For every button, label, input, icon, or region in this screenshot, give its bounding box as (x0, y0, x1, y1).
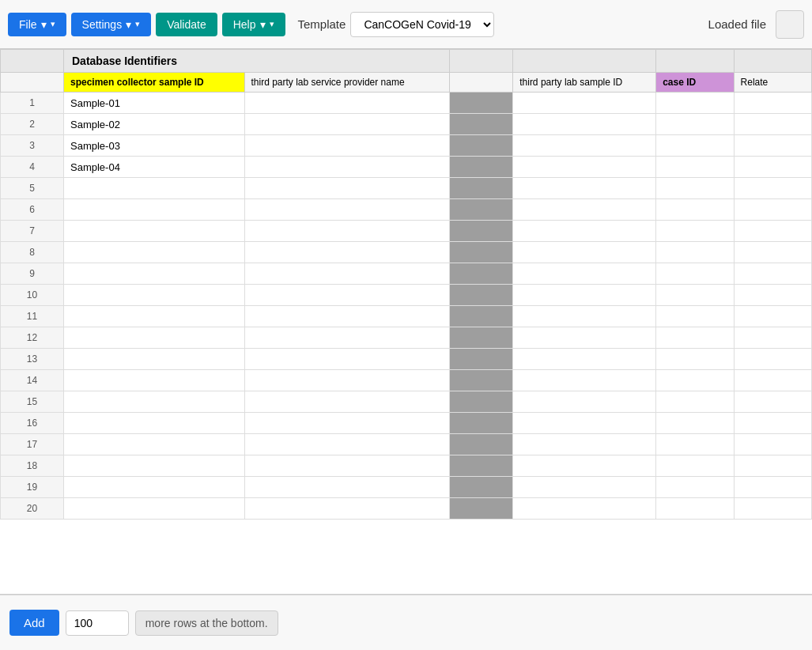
cell-third-party-sample[interactable] (513, 199, 656, 221)
cell-related[interactable] (734, 221, 811, 242)
cell-third-party-lab[interactable] (244, 221, 450, 242)
cell-specimen-id[interactable]: Sample-02 (64, 114, 245, 135)
cell-case-id[interactable] (656, 413, 734, 434)
cell-third-party-lab[interactable] (244, 349, 450, 370)
cell-case-id[interactable] (656, 498, 734, 520)
cell-third-party-sample[interactable] (513, 434, 656, 455)
cell-case-id[interactable] (656, 199, 734, 221)
cell-case-id[interactable] (656, 391, 734, 413)
cell-specimen-id[interactable] (64, 370, 245, 391)
cell-specimen-id[interactable]: Sample-04 (64, 157, 245, 178)
cell-related[interactable] (734, 498, 811, 520)
cell-related[interactable] (734, 157, 811, 178)
cell-specimen-id[interactable] (64, 413, 245, 434)
cell-third-party-sample[interactable] (513, 477, 656, 498)
cell-case-id[interactable] (656, 157, 734, 178)
col-header-related[interactable]: Relate (734, 73, 811, 93)
cell-third-party-sample[interactable] (513, 327, 656, 349)
cell-related[interactable] (734, 413, 811, 434)
col-header-specimen[interactable]: specimen collector sample ID (64, 73, 245, 93)
cell-third-party-lab[interactable] (244, 391, 450, 413)
cell-case-id[interactable] (656, 93, 734, 114)
col-header-case-id[interactable]: case ID (656, 73, 734, 93)
cell-specimen-id[interactable] (64, 199, 245, 221)
cell-case-id[interactable] (656, 135, 734, 157)
cell-third-party-sample[interactable] (513, 93, 656, 114)
cell-third-party-sample[interactable] (513, 498, 656, 520)
cell-related[interactable] (734, 114, 811, 135)
cell-third-party-lab[interactable] (244, 370, 450, 391)
cell-case-id[interactable] (656, 327, 734, 349)
cell-related[interactable] (734, 434, 811, 455)
cell-related[interactable] (734, 285, 811, 306)
cell-specimen-id[interactable] (64, 477, 245, 498)
cell-third-party-sample[interactable] (513, 242, 656, 263)
cell-related[interactable] (734, 455, 811, 477)
cell-specimen-id[interactable] (64, 455, 245, 477)
cell-third-party-lab[interactable] (244, 498, 450, 520)
cell-related[interactable] (734, 242, 811, 263)
col-header-third-party-lab[interactable]: third party lab service provider name (244, 73, 450, 93)
cell-third-party-sample[interactable] (513, 263, 656, 285)
cell-third-party-lab[interactable] (244, 455, 450, 477)
cell-case-id[interactable] (656, 455, 734, 477)
cell-related[interactable] (734, 306, 811, 327)
cell-case-id[interactable] (656, 242, 734, 263)
cell-third-party-lab[interactable] (244, 199, 450, 221)
loaded-file-box[interactable] (776, 10, 804, 39)
rows-input[interactable] (66, 610, 129, 636)
cell-third-party-sample[interactable] (513, 135, 656, 157)
cell-case-id[interactable] (656, 221, 734, 242)
cell-related[interactable] (734, 327, 811, 349)
cell-specimen-id[interactable] (64, 285, 245, 306)
cell-third-party-sample[interactable] (513, 370, 656, 391)
cell-specimen-id[interactable] (64, 498, 245, 520)
cell-specimen-id[interactable]: Sample-01 (64, 93, 245, 114)
cell-third-party-sample[interactable] (513, 178, 656, 199)
cell-third-party-lab[interactable] (244, 434, 450, 455)
cell-related[interactable] (734, 349, 811, 370)
cell-specimen-id[interactable] (64, 306, 245, 327)
add-button[interactable]: Add (9, 610, 59, 636)
cell-third-party-lab[interactable] (244, 178, 450, 199)
settings-button[interactable]: Settings ▾ (71, 13, 152, 36)
cell-case-id[interactable] (656, 370, 734, 391)
cell-specimen-id[interactable] (64, 434, 245, 455)
validate-button[interactable]: Validate (156, 13, 217, 36)
cell-third-party-sample[interactable] (513, 349, 656, 370)
cell-case-id[interactable] (656, 178, 734, 199)
help-button[interactable]: Help ▾ (222, 13, 285, 36)
cell-third-party-sample[interactable] (513, 391, 656, 413)
cell-specimen-id[interactable]: Sample-03 (64, 135, 245, 157)
cell-third-party-lab[interactable] (244, 306, 450, 327)
cell-third-party-lab[interactable] (244, 242, 450, 263)
cell-case-id[interactable] (656, 477, 734, 498)
cell-specimen-id[interactable] (64, 327, 245, 349)
cell-specimen-id[interactable] (64, 391, 245, 413)
cell-specimen-id[interactable] (64, 178, 245, 199)
cell-third-party-lab[interactable] (244, 135, 450, 157)
cell-case-id[interactable] (656, 434, 734, 455)
cell-case-id[interactable] (656, 263, 734, 285)
cell-related[interactable] (734, 391, 811, 413)
cell-third-party-lab[interactable] (244, 114, 450, 135)
cell-third-party-sample[interactable] (513, 306, 656, 327)
cell-specimen-id[interactable] (64, 242, 245, 263)
cell-related[interactable] (734, 370, 811, 391)
cell-case-id[interactable] (656, 306, 734, 327)
cell-third-party-sample[interactable] (513, 114, 656, 135)
cell-third-party-lab[interactable] (244, 263, 450, 285)
cell-specimen-id[interactable] (64, 221, 245, 242)
cell-related[interactable] (734, 263, 811, 285)
cell-third-party-sample[interactable] (513, 221, 656, 242)
cell-specimen-id[interactable] (64, 349, 245, 370)
cell-third-party-lab[interactable] (244, 413, 450, 434)
cell-third-party-lab[interactable] (244, 93, 450, 114)
cell-related[interactable] (734, 135, 811, 157)
col-header-third-party-sample[interactable]: third party lab sample ID (513, 73, 656, 93)
cell-third-party-sample[interactable] (513, 413, 656, 434)
cell-specimen-id[interactable] (64, 263, 245, 285)
cell-case-id[interactable] (656, 349, 734, 370)
cell-related[interactable] (734, 178, 811, 199)
cell-third-party-lab[interactable] (244, 285, 450, 306)
